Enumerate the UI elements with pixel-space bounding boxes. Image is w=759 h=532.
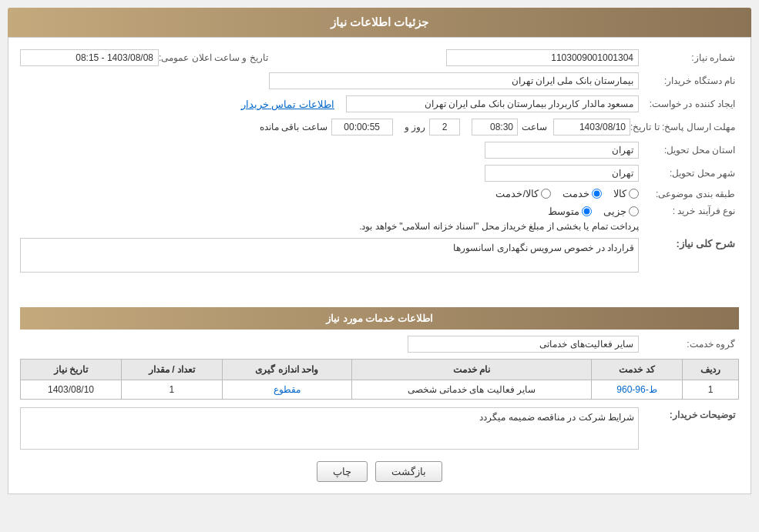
- nam-dastgah-label: نام دستگاه خریدار:: [639, 75, 739, 86]
- back-button[interactable]: بازگشت: [375, 461, 442, 482]
- tarikh-elan-value: 1403/08/08 - 08:15: [20, 49, 159, 66]
- mohlat-saat-value: 08:30: [472, 119, 518, 136]
- services-header: اطلاعات خدمات مورد نیاز: [20, 307, 739, 330]
- tabaghe-label: طبقه بندی موضوعی:: [639, 189, 739, 199]
- col-date: تاریخ نیاز: [21, 360, 122, 380]
- radio-kala-khedmat-label: کالا/خدمت: [495, 188, 539, 199]
- etelaaat-link[interactable]: اطلاعات تماس خریدار: [241, 99, 334, 110]
- mohlat-mande-value: 00:00:55: [331, 119, 393, 136]
- col-count: تعداد / مقدار: [121, 360, 222, 380]
- shahr-value: تهران: [485, 165, 639, 182]
- mohlat-mande-label: ساعت باقی مانده: [260, 122, 327, 132]
- nam-dastgah-value: بیمارستان بانک ملی ایران تهران: [269, 72, 639, 89]
- cell-unit: مقطوع: [222, 380, 351, 400]
- group-label: گروه خدمت:: [639, 339, 739, 350]
- col-unit: واحد اندازه گیری: [222, 360, 351, 380]
- cell-code: ط-96-960: [592, 380, 683, 400]
- ostan-label: استان محل تحویل:: [639, 145, 739, 156]
- sharh-value: قرارداد در خصوص سرویس نگهداری اسانسورها: [20, 238, 639, 273]
- tarikh-elan-label: تاریخ و ساعت اعلان عمومی:: [159, 52, 272, 63]
- tozihat-value: شرایط شرکت در مناقصه ضمیمه میگردد: [20, 407, 639, 450]
- radio-kala-khedmat[interactable]: [541, 189, 551, 199]
- ejad-konande-label: ایجاد کننده در خواست:: [639, 99, 739, 109]
- mohlat-saat-label: ساعت: [522, 122, 547, 132]
- radio-motevaset[interactable]: [582, 206, 592, 216]
- mohlat-roz-value: 2: [429, 119, 460, 136]
- ejad-konande-value: مسعود مالدار کاربردار بیمارستان بانک ملی…: [346, 95, 639, 112]
- col-radif: ردیف: [682, 360, 738, 380]
- button-row: بازگشت چاپ: [20, 461, 739, 482]
- tabaghe-radio-group: کالا خدمت کالا/خدمت: [495, 188, 639, 199]
- ostan-value: تهران: [485, 142, 639, 159]
- col-code: کد خدمت: [592, 360, 683, 380]
- page-title: جزئیات اطلاعات نیاز: [8, 8, 751, 37]
- mohlat-label: مهلت ارسال پاسخ: تا تاریخ:: [630, 122, 739, 132]
- cell-date: 1403/08/10: [21, 380, 122, 400]
- radio-khedmat[interactable]: [592, 189, 602, 199]
- radio-jozi-label: جزیی: [603, 206, 626, 217]
- sharh-label: شرح کلی نیاز:: [639, 238, 739, 249]
- nooe-note: پرداخت تمام یا بخشی از مبلغ خریداز محل "…: [359, 221, 639, 232]
- cell-radif: 1: [682, 380, 738, 400]
- cell-count: 1: [121, 380, 222, 400]
- group-value: سایر فعالیت‌های خدماتی: [408, 336, 639, 353]
- radio-khedmat-label: خدمت: [563, 188, 589, 199]
- mohlat-date: 1403/08/10: [553, 119, 630, 136]
- shahr-label: شهر محل تحویل:: [639, 168, 739, 179]
- nooe-farayand-label: نوع فرآیند خرید :: [639, 206, 739, 216]
- radio-kala-label: کالا: [613, 188, 626, 199]
- radio-jozi[interactable]: [629, 206, 639, 216]
- shomara-niaz-value: 1103009001001304: [446, 49, 639, 66]
- cell-name: سایر فعالیت های خدماتی شخصی: [351, 380, 592, 400]
- print-button[interactable]: چاپ: [317, 461, 368, 482]
- shomara-niaz-label: شماره نیاز:: [639, 52, 739, 63]
- tozihat-label: توضیحات خریدار:: [639, 407, 739, 420]
- radio-motevaset-label: متوسط: [548, 206, 579, 217]
- col-name: نام خدمت: [351, 360, 592, 380]
- mohlat-roz-label: روز و: [405, 122, 425, 132]
- table-row: 1 ط-96-960 سایر فعالیت های خدماتی شخصی م…: [21, 380, 739, 400]
- radio-kala[interactable]: [629, 189, 639, 199]
- services-table: ردیف کد خدمت نام خدمت واحد اندازه گیری ت…: [20, 359, 739, 400]
